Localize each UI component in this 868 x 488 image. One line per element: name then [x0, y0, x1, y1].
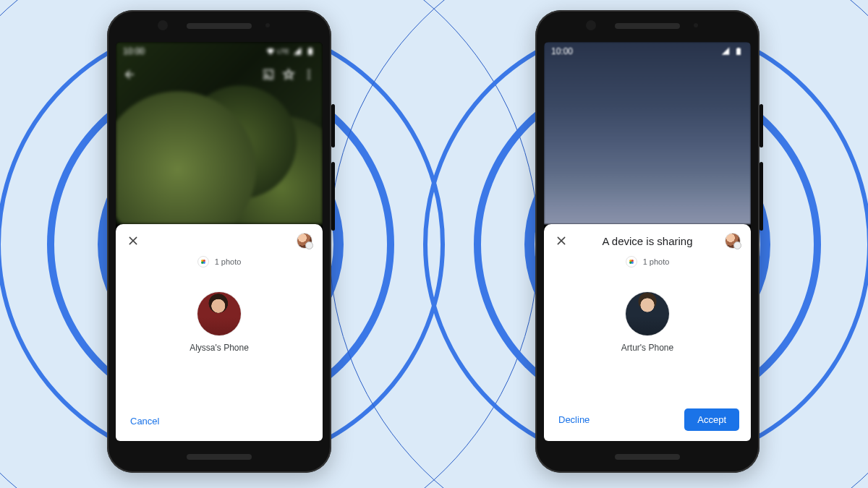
receive-sheet: A device is sharing 1 photo Artur's Phon… — [544, 224, 751, 441]
photo-background: 10:00 LTE — [116, 42, 323, 224]
share-sheet: 1 photo Alyssa's Phone Cancel — [116, 224, 323, 441]
item-count: 1 photo — [643, 257, 670, 266]
signal-icon — [720, 46, 731, 56]
sensor-dot — [265, 23, 270, 27]
svg-point-0 — [308, 69, 310, 72]
battery-icon — [305, 46, 315, 56]
photo-toolbar — [116, 62, 323, 87]
status-time: 10:00 — [551, 46, 573, 56]
front-camera — [158, 20, 168, 30]
overflow-icon[interactable] — [302, 68, 315, 81]
share-summary: 1 photo — [116, 253, 323, 273]
avatar — [197, 292, 241, 335]
battery-icon — [733, 46, 744, 56]
svg-point-1 — [308, 74, 310, 76]
cancel-button[interactable]: Cancel — [127, 411, 162, 431]
cast-icon[interactable] — [262, 68, 275, 81]
signal-icon — [292, 46, 302, 56]
share-summary: 1 photo — [544, 253, 751, 273]
sheet-title: A device is sharing — [544, 235, 751, 247]
star-icon[interactable] — [282, 68, 295, 81]
back-icon[interactable] — [123, 68, 136, 81]
sensor-dot — [694, 23, 698, 27]
profile-badge[interactable] — [297, 233, 312, 249]
profile-badge[interactable] — [725, 233, 741, 249]
phone-sender: 10:00 LTE — [107, 10, 331, 473]
front-camera — [586, 20, 596, 30]
decline-button[interactable]: Decline — [556, 410, 592, 429]
photo-background: 10:00 — [544, 42, 751, 224]
screen: 10:00 LTE — [116, 42, 323, 441]
power-button — [331, 104, 335, 147]
volume-button — [760, 162, 763, 231]
speaker-top — [615, 23, 680, 29]
photos-icon — [197, 256, 209, 267]
svg-point-10 — [629, 262, 631, 264]
svg-point-2 — [308, 77, 310, 80]
close-icon[interactable] — [126, 234, 140, 248]
power-button — [760, 104, 763, 147]
screen: 10:00 A device is sharing — [544, 42, 751, 441]
accept-button[interactable]: Accept — [684, 408, 739, 431]
avatar — [626, 292, 669, 335]
volume-button — [331, 162, 335, 231]
speaker-top — [187, 23, 252, 29]
recipient-name: Alyssa's Phone — [190, 343, 249, 353]
status-time: 10:00 — [123, 46, 145, 56]
recipient[interactable]: Alyssa's Phone — [116, 273, 323, 404]
speaker-bottom — [187, 454, 252, 460]
network-label: LTE — [277, 48, 289, 55]
speaker-bottom — [615, 454, 680, 460]
item-count: 1 photo — [215, 257, 242, 266]
status-bar: 10:00 — [544, 42, 751, 61]
wifi-icon — [265, 46, 276, 56]
svg-point-6 — [201, 262, 203, 264]
status-bar: 10:00 LTE — [116, 42, 323, 61]
sender-name: Artur's Phone — [621, 343, 673, 353]
phone-receiver: 10:00 A device is sharing — [535, 10, 760, 473]
close-icon[interactable] — [554, 234, 569, 248]
sender[interactable]: Artur's Phone — [544, 273, 751, 401]
photos-icon — [626, 256, 637, 267]
